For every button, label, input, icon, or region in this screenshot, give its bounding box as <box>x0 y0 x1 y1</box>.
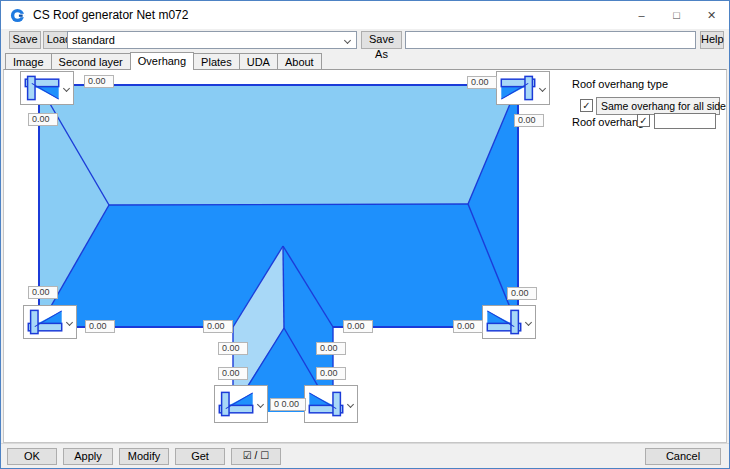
roof-corner-icon <box>26 309 64 335</box>
overhang-field-top-right-side[interactable]: 0.00 <box>514 114 544 127</box>
chevron-down-icon <box>539 84 546 91</box>
tab-image[interactable]: Image <box>5 53 52 69</box>
preset-combobox[interactable]: standard <box>67 31 357 49</box>
roof-overhang-checkbox[interactable]: ✓ <box>637 114 650 127</box>
roof-overhang-label: Roof overhang: <box>572 116 647 128</box>
roof-corner-icon <box>217 391 255 417</box>
get-button[interactable]: Get <box>175 448 225 465</box>
minimize-button[interactable]: – <box>624 1 659 29</box>
chevron-down-icon <box>347 400 354 407</box>
corner-overhang-select-bottom-right[interactable] <box>482 305 536 339</box>
overhang-type-value: Same overhang for all sides <box>601 100 727 112</box>
toolbar: Save Load standard Save As Help <box>1 29 729 51</box>
tab-strip: ImageSecond layerOverhangPlatesUDAAbout <box>1 51 729 69</box>
overhang-settings-panel: Roof overhang type ✓ Same overhang for a… <box>566 78 726 148</box>
apply-button[interactable]: Apply <box>63 448 113 465</box>
roof-edge-line <box>283 246 284 328</box>
corner-overhang-select-bottom-left[interactable] <box>23 305 77 339</box>
chevron-down-icon <box>63 84 70 91</box>
corner-overhang-select-top-right[interactable] <box>496 71 550 105</box>
overhang-field-wing-bottom[interactable]: 0 0.00 <box>270 398 306 411</box>
app-icon <box>10 8 25 23</box>
roof-corner-icon <box>23 75 61 101</box>
help-button[interactable]: Help <box>700 31 724 49</box>
close-button[interactable]: ✕ <box>694 1 729 29</box>
overhang-field-wing-right-lower[interactable]: 0.00 <box>316 367 346 380</box>
app-window: CS Roof generator Net m072 – □ ✕ Save Lo… <box>0 0 730 469</box>
overhang-type-label: Roof overhang type <box>572 78 668 90</box>
overhang-field-top-left-side[interactable]: 0.00 <box>28 113 58 126</box>
modify-button[interactable]: Modify <box>119 448 169 465</box>
tab-about[interactable]: About <box>277 53 322 69</box>
corner-overhang-select-wing-right[interactable] <box>304 385 358 423</box>
window-title: CS Roof generator Net m072 <box>33 8 188 22</box>
overhang-field-wing-left-upper[interactable]: 0.00 <box>218 342 248 355</box>
save-as-button[interactable]: Save As <box>361 31 402 49</box>
overhang-field-top-left-top[interactable]: 0.00 <box>84 75 114 88</box>
overhang-field-eave-right-2[interactable]: 0.00 <box>453 320 483 333</box>
check-icon: ✓ <box>582 100 590 111</box>
overhang-field-eave-right-1[interactable]: 0.00 <box>343 320 373 333</box>
roof-overhang-input[interactable] <box>654 113 716 129</box>
overhang-type-checkbox[interactable]: ✓ <box>580 99 593 112</box>
maximize-button[interactable]: □ <box>659 1 694 29</box>
filename-input[interactable] <box>405 31 696 49</box>
overhang-field-wing-left-lower[interactable]: 0.00 <box>218 367 248 380</box>
corner-overhang-select-wing-left[interactable] <box>214 385 268 423</box>
tab-overhang[interactable]: Overhang <box>130 52 194 70</box>
overhang-field-top-right-top[interactable]: 0.00 <box>467 76 497 89</box>
tab-plates[interactable]: Plates <box>193 53 240 69</box>
footer-bar: OK Apply Modify Get ☑ / ☐ Cancel <box>1 443 729 468</box>
tab-second-layer[interactable]: Second layer <box>51 53 131 69</box>
overhang-field-bottom-right-side[interactable]: 0.00 <box>507 287 537 300</box>
roof-corner-icon <box>485 309 523 335</box>
roof-corner-icon <box>499 75 537 101</box>
tab-uda[interactable]: UDA <box>239 53 278 69</box>
cancel-button[interactable]: Cancel <box>645 448 721 465</box>
title-bar: CS Roof generator Net m072 – □ ✕ <box>1 1 729 29</box>
roof-plan-diagram <box>4 70 564 420</box>
chevron-down-icon <box>344 36 351 43</box>
preset-value: standard <box>72 32 115 48</box>
check-icon: ✓ <box>639 115 647 126</box>
corner-overhang-select-top-left[interactable] <box>20 71 74 105</box>
save-button[interactable]: Save <box>9 31 41 49</box>
chevron-down-icon <box>257 400 264 407</box>
tab-page-overhang: Roof overhang type ✓ Same overhang for a… <box>3 69 727 443</box>
overhang-field-eave-left-2[interactable]: 0.00 <box>203 320 233 333</box>
ok-button[interactable]: OK <box>7 448 57 465</box>
toggle-checkboxes-button[interactable]: ☑ / ☐ <box>231 448 281 465</box>
overhang-field-bottom-left-side[interactable]: 0.00 <box>28 286 58 299</box>
chevron-down-icon <box>525 318 532 325</box>
chevron-down-icon <box>66 318 73 325</box>
overhang-field-eave-left-1[interactable]: 0.00 <box>85 320 115 333</box>
roof-face-top <box>39 85 518 205</box>
overhang-field-wing-right-upper[interactable]: 0.00 <box>316 342 346 355</box>
roof-corner-icon <box>307 391 345 417</box>
